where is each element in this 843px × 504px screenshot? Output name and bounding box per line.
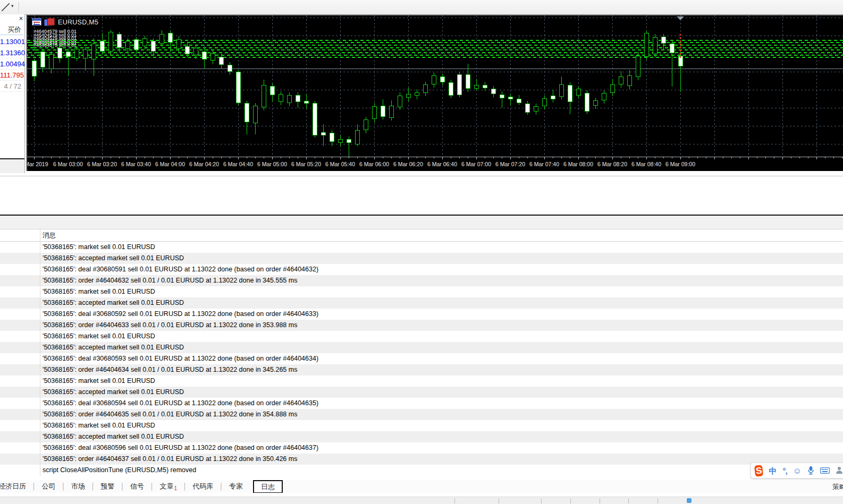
journal-row[interactable]: '50368165': market sell 0.01 EURUSD (0, 286, 843, 297)
journal-row[interactable]: '50368165': order #46404633 sell 0.01 / … (0, 320, 843, 331)
journal-row-message: '50368165': order #46404635 sell 0.01 / … (40, 409, 297, 420)
axis-tick (502, 157, 502, 158)
axis-tick (119, 157, 120, 158)
axis-tick (349, 157, 349, 158)
journal-row[interactable]: '50368165': market sell 0.01 EURUSD (0, 375, 843, 387)
axis-tick (748, 157, 749, 159)
axis-tick (842, 157, 842, 158)
quote-bid-value[interactable]: 1.00494 (0, 58, 23, 70)
ime-microphone-icon[interactable] (807, 466, 814, 476)
quote-bid-value[interactable]: 111.795 (0, 70, 23, 81)
axis-tick (230, 157, 230, 158)
chart-plot-area[interactable]: EURUSD,M5 #46404579 sell 0.01#46404579 s… (27, 15, 843, 157)
axis-tick (391, 157, 392, 158)
journal-row[interactable]: script CloseAllPositionTune (EURUSD,M5) … (0, 465, 843, 476)
ime-toolbar[interactable]: S 中 °, ☺ (751, 463, 843, 479)
journal-row-time-cell (0, 331, 40, 342)
candle-body (219, 57, 224, 65)
candle-body (236, 72, 241, 103)
journal-row[interactable]: '50368165': market sell 0.01 EURUSD (0, 420, 843, 431)
sogou-logo-icon[interactable]: S (754, 465, 764, 477)
candle-body (372, 106, 377, 119)
ime-punctuation-icon[interactable]: °, (782, 467, 787, 475)
candle-body (347, 139, 351, 143)
journal-row[interactable]: '50368165': market sell 0.01 EURUSD (0, 242, 843, 253)
candle-body (91, 44, 96, 59)
journal-row[interactable]: '50368165': deal #30680594 sell 0.01 EUR… (0, 398, 843, 409)
journal-row[interactable]: '50368165': accepted market sell 0.01 EU… (0, 342, 843, 353)
position-price-line (27, 42, 843, 43)
journal-row[interactable]: '50368165': deal #30680593 sell 0.01 EUR… (0, 353, 843, 364)
journal-row[interactable]: '50368165': accepted market sell 0.01 EU… (0, 387, 843, 398)
tab-6[interactable]: 代码库 (187, 482, 220, 491)
candle-body (134, 39, 139, 50)
axis-tick (332, 157, 332, 158)
chart-symbol-label: EURUSD,M5 (58, 19, 98, 26)
ime-chinese-mode-icon[interactable]: 中 (769, 467, 777, 475)
position-price-line (27, 47, 843, 48)
ime-profile-icon[interactable] (835, 466, 843, 475)
grid-line-vertical (510, 15, 511, 157)
quote-bid-value[interactable]: 1.13001 (0, 36, 23, 47)
axis-tick (799, 157, 800, 158)
journal-row[interactable]: '50368165': deal #30680596 sell 0.01 EUR… (0, 442, 843, 454)
tab-divider: │ (220, 483, 224, 490)
journal-row[interactable]: '50368165': order #46404632 sell 0.01 / … (0, 275, 843, 286)
axis-tick (561, 157, 562, 158)
close-icon[interactable]: × (19, 15, 23, 22)
journal-row[interactable]: '50368165': order #46404635 sell 0.01 / … (0, 409, 843, 420)
tab-2[interactable]: 市场 (65, 482, 91, 491)
time-axis[interactable]: 6 Mar 20196 Mar 03:006 Mar 03:206 Mar 03… (27, 157, 843, 171)
ime-emoji-icon[interactable]: ☺ (793, 467, 802, 475)
axis-tick (757, 157, 757, 158)
quote-bid-value[interactable]: 1.31360 (0, 47, 23, 58)
journal-message-column-header[interactable]: 消息 (40, 229, 56, 241)
axis-tick (765, 157, 766, 158)
axis-tick (774, 157, 774, 158)
journal-row[interactable]: '50368165': accepted market sell 0.01 EU… (0, 297, 843, 309)
one-click-trading-icon[interactable] (44, 18, 54, 26)
chevron-down-icon[interactable]: ▾ (11, 3, 14, 8)
journal-row-time-cell (0, 442, 40, 454)
grid-line-vertical (374, 15, 375, 157)
tab-journal-active[interactable]: 日志 (253, 480, 283, 493)
journal-row-message: '50368165': accepted market sell 0.01 EU… (40, 431, 184, 442)
tab-0[interactable]: 经济日历 (0, 482, 32, 491)
axis-tick (459, 157, 460, 158)
journal-row[interactable]: '50368165': market sell 0.01 EURUSD (0, 331, 843, 342)
tab-4[interactable]: 信号 (124, 482, 150, 491)
position-price-line (27, 45, 843, 46)
position-price-line (27, 40, 843, 41)
grid-line-vertical (442, 15, 443, 157)
axis-tick (510, 157, 511, 159)
candle-body (389, 106, 394, 118)
axis-tick (468, 157, 468, 158)
tab-5[interactable]: 文章1 (154, 482, 183, 492)
journal-row[interactable]: '50368165': accepted market sell 0.01 EU… (0, 253, 843, 264)
axis-tick (417, 157, 417, 158)
ime-keyboard-icon[interactable] (820, 467, 830, 475)
grid-line-vertical (714, 15, 715, 157)
candle-body (398, 96, 402, 107)
journal-row[interactable]: '50368165': order #46404634 sell 0.01 / … (0, 364, 843, 375)
journal-row[interactable]: '50368165': order #46404637 sell 0.01 / … (0, 454, 843, 465)
journal-row[interactable]: '50368165': deal #30680591 sell 0.01 EUR… (0, 264, 843, 275)
symbol-counter[interactable]: 4 / 72 (0, 81, 23, 92)
chart-window[interactable]: EURUSD,M5 #46404579 sell 0.01#46404579 s… (26, 14, 843, 171)
line-style-icon[interactable] (1, 3, 11, 11)
bid-price-line (27, 69, 843, 69)
axis-tick (536, 157, 536, 158)
journal-row[interactable]: '50368165': deal #30680592 sell 0.01 EUR… (0, 309, 843, 320)
axis-tick (680, 157, 681, 159)
tab-3[interactable]: 预警 (95, 482, 121, 491)
journal-row[interactable]: '50368165': accepted market sell 0.01 EU… (0, 431, 843, 442)
tab-strategy-tester-clipped[interactable]: 策略 (832, 482, 843, 492)
axis-tick (340, 157, 341, 159)
candle-body (279, 94, 283, 102)
journal-row-message: '50368165': accepted market sell 0.01 EU… (40, 387, 184, 398)
depth-of-market-icon[interactable] (32, 18, 41, 25)
market-watch-footer (0, 158, 24, 173)
tab-1[interactable]: 公司 (36, 482, 62, 491)
tab-7[interactable]: 专家 (223, 482, 249, 491)
bid-column-header[interactable]: 买价 (0, 23, 23, 35)
